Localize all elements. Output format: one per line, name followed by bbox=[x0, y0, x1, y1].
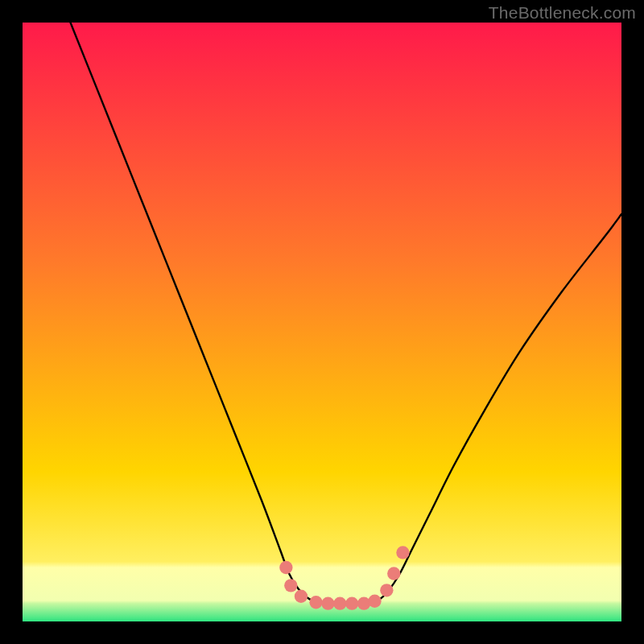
marker-dot bbox=[380, 584, 393, 597]
marker-dot bbox=[345, 597, 358, 609]
watermark-text: TheBottleneck.com bbox=[489, 3, 636, 23]
outer-frame: TheBottleneck.com bbox=[0, 0, 644, 644]
marker-dot bbox=[396, 546, 409, 559]
marker-dot bbox=[368, 595, 381, 608]
chart-svg bbox=[23, 23, 621, 621]
svg-rect-0 bbox=[23, 23, 621, 621]
marker-dot bbox=[295, 590, 308, 603]
marker-dot bbox=[279, 561, 292, 574]
marker-dot bbox=[321, 597, 334, 609]
marker-dot bbox=[333, 597, 346, 609]
marker-dot bbox=[284, 579, 297, 592]
marker-dot bbox=[309, 596, 322, 609]
plot-area bbox=[23, 23, 621, 621]
marker-dot bbox=[387, 567, 400, 580]
